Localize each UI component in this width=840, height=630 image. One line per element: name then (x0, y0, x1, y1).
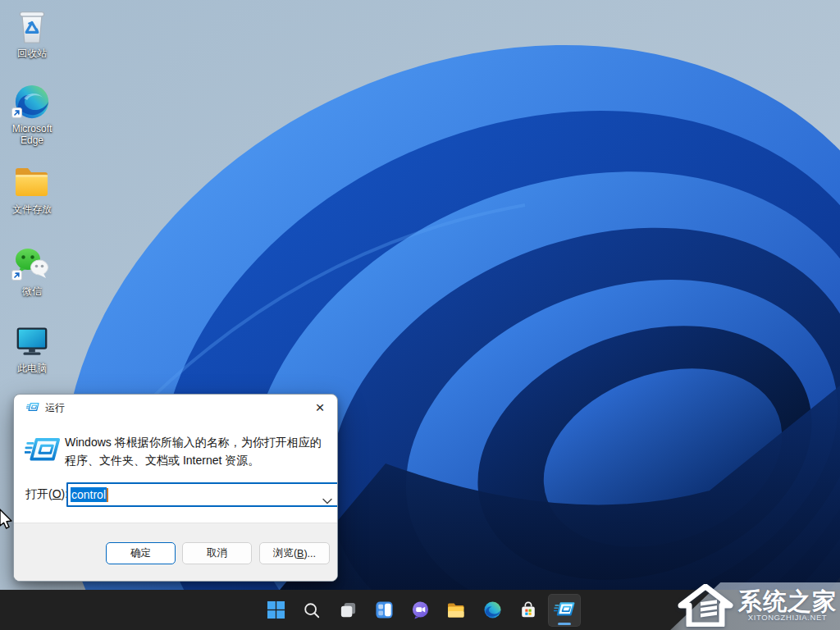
close-icon: × (315, 399, 324, 417)
taskbar-start-button[interactable] (259, 594, 292, 627)
taskbar-task-view-button[interactable] (331, 594, 364, 627)
wechat-icon (12, 244, 52, 284)
taskbar-store-button[interactable] (512, 594, 545, 627)
desktop-icon-label: 此电脑 (17, 363, 47, 374)
close-button[interactable]: × (303, 395, 337, 421)
desktop-icon-this-pc[interactable]: 此电脑 (0, 322, 64, 374)
mouse-cursor (0, 508, 13, 534)
taskbar-chat-button[interactable] (404, 594, 436, 627)
cancel-button[interactable]: 取消 (182, 542, 252, 564)
edge-swirl-icon (483, 600, 502, 619)
taskbar-search-button[interactable] (295, 594, 328, 627)
taskbar-edge-button[interactable] (476, 594, 509, 627)
taskbar-run-button[interactable] (548, 594, 581, 627)
taskbar-widgets-button[interactable] (368, 594, 400, 627)
shopping-bag-icon (519, 601, 537, 619)
text-caret (107, 488, 108, 502)
dialog-title: 运行 (45, 401, 65, 415)
desktop-icon-wechat[interactable]: 微信 (0, 244, 64, 297)
desktop-icon-label: 回收站 (17, 48, 47, 59)
overlapping-windows-icon (339, 600, 358, 619)
browse-button[interactable]: 浏览(B)... (259, 542, 330, 564)
shortcut-arrow-icon (11, 107, 22, 121)
run-dialog-titlebar[interactable]: 运行 (14, 395, 337, 421)
desktop-icon-recycle-bin[interactable]: 回收站 (0, 7, 64, 59)
open-field-label: 打开(O): (25, 487, 68, 502)
shortcut-arrow-icon (11, 269, 22, 284)
ok-button[interactable]: 确定 (106, 542, 176, 564)
widgets-panel-icon (375, 600, 394, 619)
desktop-icon-microsoft-edge[interactable]: Microsoft Edge (0, 82, 64, 146)
run-window-icon (554, 601, 575, 619)
desktop-icon-label: 微信 (22, 285, 42, 297)
run-window-icon (25, 436, 61, 470)
desktop-icon-label: Microsoft Edge (1, 123, 63, 146)
open-combobox-input[interactable]: control (66, 482, 338, 507)
edge-icon (12, 82, 52, 121)
run-window-icon (26, 402, 39, 413)
desktop-icon-label: 文件存放 (12, 203, 52, 215)
desktop: 回收站 Microsoft Edge (0, 0, 840, 630)
dialog-description: Windows 将根据你所输入的名称，为你打开相应的程序、文件夹、文档或 Int… (65, 433, 329, 469)
run-dialog: 运行 × Windows 将根据你所输入的名称，为你打开相应的程序、文件夹、文档… (13, 394, 338, 582)
video-chat-bubble-icon (411, 600, 430, 619)
folder-icon (12, 162, 52, 202)
active-app-indicator (558, 623, 571, 625)
taskbar-file-explorer-button[interactable] (440, 594, 472, 627)
chevron-down-icon[interactable] (322, 493, 332, 508)
magnifier-icon (303, 601, 321, 619)
monitor-icon (12, 322, 52, 361)
desktop-icon-file-storage[interactable]: 文件存放 (0, 162, 64, 215)
folder-icon (446, 601, 466, 619)
windows-logo-icon (267, 600, 285, 619)
dialog-footer: 确定 取消 浏览(B)... (14, 523, 337, 581)
selected-input-text: control (71, 487, 107, 502)
recycle-bin-icon (12, 7, 52, 46)
taskbar (0, 590, 840, 630)
